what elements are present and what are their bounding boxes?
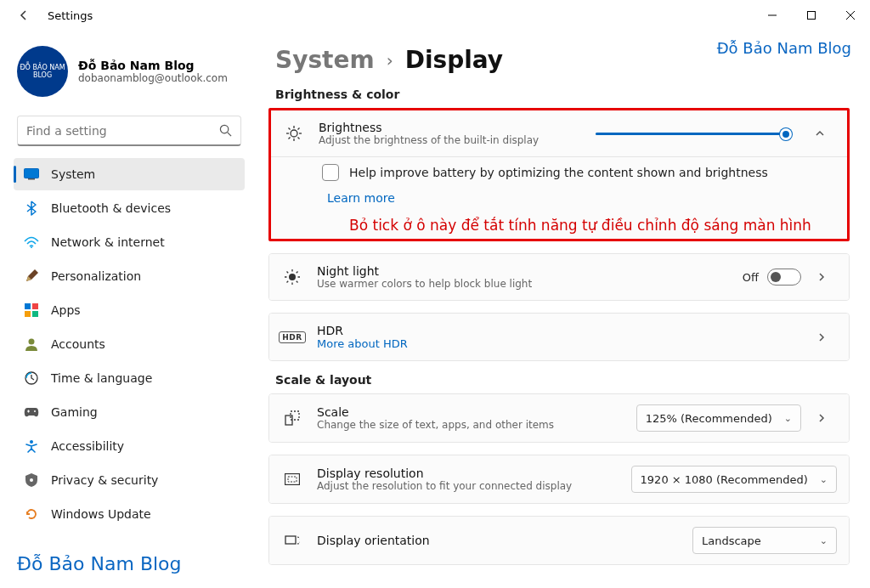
night-light-toggle[interactable] — [767, 269, 801, 286]
scale-dropdown[interactable]: 125% (Recommended) ⌄ — [636, 404, 801, 432]
search-box[interactable] — [17, 116, 241, 146]
chevron-down-icon: ⌄ — [784, 413, 792, 424]
section-brightness-color: Brightness & color — [275, 88, 850, 101]
svg-point-15 — [34, 410, 36, 412]
privacy-icon — [24, 472, 39, 488]
optimize-label: Help improve battery by optimizing the c… — [349, 166, 768, 179]
orientation-dropdown[interactable]: Landscape ⌄ — [692, 527, 837, 554]
nav-label: Bluetooth & devices — [51, 201, 171, 215]
main-content: Đỗ Bảo Nam Blog System › Display Brightn… — [255, 31, 870, 588]
night-light-card[interactable]: Night light Use warmer colors to help bl… — [268, 253, 850, 301]
svg-rect-11 — [25, 311, 31, 317]
annotation-text: Bỏ tick ở ô này để tắt tính năng tự điều… — [322, 217, 835, 234]
nav-accessibility[interactable]: Accessibility — [14, 430, 245, 462]
orientation-card[interactable]: Display orientation Landscape ⌄ — [268, 516, 850, 565]
svg-line-5 — [228, 133, 231, 136]
svg-point-16 — [30, 440, 33, 444]
accounts-icon — [24, 336, 39, 352]
svg-rect-38 — [285, 474, 300, 485]
apps-icon — [24, 302, 39, 318]
svg-rect-12 — [32, 311, 38, 317]
resolution-icon — [283, 470, 302, 489]
hdr-card[interactable]: HDR HDR More about HDR — [268, 313, 850, 361]
resolution-card[interactable]: Display resolution Adjust the resolution… — [268, 455, 850, 504]
close-button[interactable] — [831, 2, 870, 29]
svg-point-8 — [31, 246, 32, 248]
resolution-dropdown[interactable]: 1920 × 1080 (Recommended) ⌄ — [631, 466, 837, 493]
expand-chevron-icon[interactable] — [815, 128, 835, 139]
svg-line-23 — [289, 128, 291, 130]
nav-label: Accessibility — [51, 439, 124, 453]
time-icon — [24, 370, 39, 386]
optimize-checkbox[interactable] — [322, 164, 339, 181]
night-light-title: Night light — [317, 264, 727, 278]
svg-rect-9 — [25, 303, 31, 309]
breadcrumb-parent[interactable]: System — [275, 46, 375, 74]
nav-system[interactable]: System — [14, 158, 245, 190]
svg-line-24 — [298, 138, 300, 139]
svg-point-17 — [30, 478, 33, 482]
titlebar: Settings — [0, 0, 870, 31]
system-icon — [24, 167, 39, 182]
window-title: Settings — [48, 9, 93, 22]
scale-card[interactable]: Scale Change the size of text, apps, and… — [268, 393, 850, 443]
brightness-icon — [285, 124, 303, 143]
section-scale-layout: Scale & layout — [275, 373, 850, 387]
svg-line-32 — [287, 272, 289, 274]
maximize-button[interactable] — [792, 2, 831, 29]
minimize-button[interactable] — [753, 2, 792, 29]
sidebar: ĐỖ BẢO NAM BLOG Đỗ Bảo Nam Blog dobaonam… — [0, 31, 255, 588]
svg-line-34 — [287, 281, 289, 283]
nav-label: System — [51, 167, 95, 181]
learn-more-link[interactable]: Learn more — [327, 191, 395, 205]
nav-bluetooth[interactable]: Bluetooth & devices — [14, 192, 245, 224]
svg-rect-7 — [28, 178, 35, 180]
nav-update[interactable]: Windows Update — [14, 498, 245, 530]
nav-label: Accounts — [51, 337, 105, 351]
scale-desc: Change the size of text, apps, and other… — [317, 419, 621, 431]
chevron-right-icon[interactable] — [816, 332, 837, 342]
svg-line-35 — [297, 272, 298, 274]
avatar: ĐỖ BẢO NAM BLOG — [17, 46, 68, 97]
user-email: dobaonamblog@outlook.com — [78, 72, 228, 84]
network-icon — [24, 235, 39, 250]
brightness-slider[interactable] — [596, 125, 791, 142]
nav-personalization[interactable]: Personalization — [14, 260, 245, 292]
svg-point-27 — [289, 274, 296, 280]
svg-line-33 — [297, 281, 298, 283]
nav-label: Time & language — [51, 371, 152, 385]
nav-network[interactable]: Network & internet — [14, 226, 245, 258]
nav: System Bluetooth & devices Network & int… — [14, 158, 245, 530]
nav-privacy[interactable]: Privacy & security — [14, 464, 245, 496]
bluetooth-icon — [24, 201, 39, 216]
nav-apps[interactable]: Apps — [14, 294, 245, 326]
hdr-link[interactable]: More about HDR — [317, 337, 801, 350]
scale-title: Scale — [317, 405, 621, 419]
nav-accounts[interactable]: Accounts — [14, 328, 245, 360]
user-block[interactable]: ĐỖ BẢO NAM BLOG Đỗ Bảo Nam Blog dobaonam… — [14, 42, 245, 110]
svg-line-25 — [289, 138, 291, 139]
chevron-right-icon[interactable] — [816, 413, 837, 423]
brightness-desc: Adjust the brightness of the built-in di… — [319, 134, 580, 146]
chevron-right-icon[interactable] — [816, 272, 837, 282]
scale-value: 125% (Recommended) — [646, 412, 772, 425]
svg-rect-10 — [32, 303, 38, 309]
nav-label: Gaming — [51, 405, 98, 419]
orientation-icon — [283, 531, 302, 550]
nav-gaming[interactable]: Gaming — [14, 396, 245, 428]
brand-watermark-bottom: Đỗ Bảo Nam Blog — [14, 546, 245, 578]
brightness-optimize-row: Help improve battery by optimizing the c… — [271, 156, 847, 239]
svg-rect-6 — [25, 169, 39, 178]
svg-point-13 — [29, 339, 35, 345]
search-icon — [219, 124, 232, 137]
resolution-value: 1920 × 1080 (Recommended) — [641, 473, 808, 486]
nav-time[interactable]: Time & language — [14, 362, 245, 394]
svg-rect-40 — [285, 536, 296, 544]
nav-label: Apps — [51, 303, 81, 317]
nav-label: Privacy & security — [51, 473, 158, 487]
accessibility-icon — [24, 438, 39, 454]
back-button[interactable] — [17, 8, 37, 22]
search-input[interactable] — [26, 124, 219, 138]
hdr-title: HDR — [317, 324, 801, 337]
chevron-right-icon: › — [387, 50, 393, 71]
